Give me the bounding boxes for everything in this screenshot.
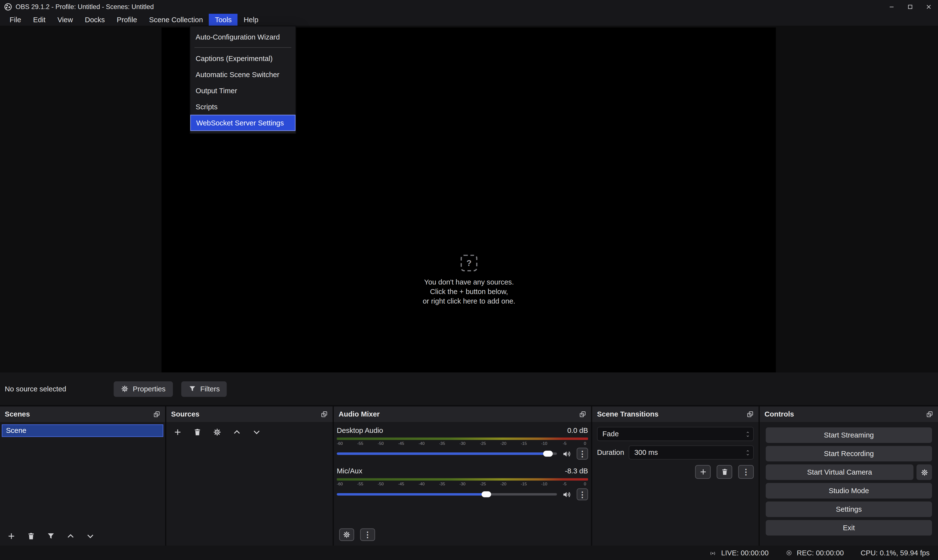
select-spinner[interactable] bbox=[745, 431, 750, 437]
scene-transitions-body: Fade Duration 300 ms bbox=[592, 422, 759, 546]
start-virtual-camera-button[interactable]: Start Virtual Camera bbox=[765, 465, 913, 480]
mixer-channel-mic-aux: Mic/Aux -8.3 dB -60 -55 -50 -45 -40 -35 … bbox=[337, 467, 588, 500]
channel-level-db: -8.3 dB bbox=[565, 467, 588, 476]
db-tick: -55 bbox=[357, 441, 363, 446]
scene-transitions-dock: Scene Transitions Fade Duration 300 ms bbox=[592, 406, 759, 546]
channel-header: Mic/Aux -8.3 dB bbox=[337, 467, 588, 476]
volume-slider[interactable] bbox=[337, 489, 557, 500]
settings-button[interactable]: Settings bbox=[765, 502, 932, 517]
chevron-up-icon bbox=[745, 431, 750, 434]
menu-item-automatic-scene-switcher[interactable]: Automatic Scene Switcher bbox=[190, 66, 296, 83]
screen: OBS 29.1.2 - Profile: Untitled - Scenes:… bbox=[0, 0, 938, 560]
speaker-icon[interactable] bbox=[562, 449, 571, 458]
controls-dock: Controls Start Streaming Start Recording… bbox=[760, 406, 938, 546]
remove-transition-button[interactable] bbox=[717, 465, 732, 479]
sources-dock: Sources ? You don't have any sources. Cl… bbox=[166, 406, 333, 546]
db-tick: -50 bbox=[378, 441, 384, 446]
sources-empty-line: Click the + button below, bbox=[430, 287, 508, 296]
gear-icon bbox=[920, 468, 928, 476]
slider-handle[interactable] bbox=[482, 491, 491, 497]
chevron-down-icon bbox=[745, 453, 750, 456]
db-tick: -40 bbox=[418, 482, 425, 487]
virtual-camera-row: Start Virtual Camera bbox=[765, 465, 932, 480]
channel-options-button[interactable]: ⋮ bbox=[577, 488, 588, 500]
channel-controls: ⋮ bbox=[337, 489, 588, 500]
transition-options-button[interactable]: ⋮ bbox=[738, 465, 754, 479]
kebab-icon: ⋮ bbox=[742, 468, 750, 476]
question-placeholder-icon: ? bbox=[461, 254, 477, 271]
db-tick: 0 bbox=[582, 482, 588, 487]
db-tick: -15 bbox=[521, 441, 527, 446]
channel-options-button[interactable]: ⋮ bbox=[577, 448, 588, 460]
channel-name: Mic/Aux bbox=[337, 467, 363, 476]
menu-item-captions-experimental[interactable]: Captions (Experimental) bbox=[190, 50, 296, 66]
db-tick: -10 bbox=[541, 482, 547, 487]
db-tick: -20 bbox=[500, 441, 506, 446]
db-tick: -50 bbox=[378, 482, 384, 487]
db-tick: -45 bbox=[398, 482, 404, 487]
menu-item-auto-configuration-wizard[interactable]: Auto-Configuration Wizard bbox=[190, 29, 296, 45]
dock-area: Scenes Scene Sources ? You don't bbox=[0, 405, 938, 546]
db-tick: -20 bbox=[500, 482, 506, 487]
db-tick: -25 bbox=[480, 482, 486, 487]
db-tick: -55 bbox=[357, 482, 363, 487]
slider-handle[interactable] bbox=[543, 451, 553, 457]
chevron-up-icon bbox=[745, 449, 750, 452]
db-tick: -30 bbox=[459, 441, 466, 446]
volume-meter bbox=[337, 478, 588, 481]
channel-name: Desktop Audio bbox=[337, 426, 383, 436]
db-tick: -10 bbox=[541, 441, 547, 446]
duration-spinner[interactable] bbox=[745, 449, 750, 456]
mixer-channel-desktop-audio: Desktop Audio 0.0 dB -60 -55 -50 -45 -40… bbox=[337, 426, 588, 459]
tools-menu: Auto-Configuration Wizard Captions (Expe… bbox=[190, 26, 296, 134]
exit-button[interactable]: Exit bbox=[765, 520, 932, 535]
menu-item-scripts[interactable]: Scripts bbox=[190, 98, 296, 115]
kebab-icon: ⋮ bbox=[579, 450, 586, 457]
duration-row: Duration 300 ms bbox=[597, 445, 754, 460]
slider-fill bbox=[337, 452, 548, 455]
db-tick: -60 bbox=[337, 482, 343, 487]
channel-level-db: 0.0 dB bbox=[567, 426, 588, 436]
db-scale: -60 -55 -50 -45 -40 -35 -30 -25 -20 -15 … bbox=[337, 441, 588, 446]
db-tick: -35 bbox=[439, 441, 445, 446]
db-tick: -5 bbox=[562, 482, 568, 487]
audio-mixer-body: Desktop Audio 0.0 dB -60 -55 -50 -45 -40… bbox=[334, 422, 591, 523]
db-tick: -45 bbox=[398, 441, 404, 446]
db-tick: -30 bbox=[459, 482, 466, 487]
menu-item-output-timer[interactable]: Output Timer bbox=[190, 83, 296, 98]
transition-select-value: Fade bbox=[602, 430, 619, 438]
db-scale: -60 -55 -50 -45 -40 -35 -30 -25 -20 -15 … bbox=[337, 482, 588, 487]
db-tick: -60 bbox=[337, 441, 343, 446]
duration-spinbox[interactable]: 300 ms bbox=[629, 445, 754, 460]
channel-header: Desktop Audio 0.0 dB bbox=[337, 426, 588, 436]
trash-icon bbox=[720, 468, 728, 476]
menu-separator bbox=[194, 47, 292, 48]
db-tick: -5 bbox=[562, 441, 568, 446]
db-tick: -35 bbox=[439, 482, 445, 487]
sources-empty-line: You don't have any sources. bbox=[424, 277, 514, 286]
kebab-icon: ⋮ bbox=[579, 491, 586, 498]
db-tick: -25 bbox=[480, 441, 486, 446]
start-recording-button[interactable]: Start Recording bbox=[765, 446, 932, 462]
plus-icon bbox=[699, 468, 707, 476]
transition-select[interactable]: Fade bbox=[597, 427, 754, 441]
sources-empty-line: or right click here to add one. bbox=[423, 296, 515, 306]
duration-label: Duration bbox=[597, 448, 624, 457]
db-tick: 0 bbox=[582, 441, 588, 446]
start-streaming-button[interactable]: Start Streaming bbox=[765, 427, 932, 443]
add-transition-button[interactable] bbox=[695, 465, 711, 479]
controls-body: Start Streaming Start Recording Start Vi… bbox=[760, 422, 938, 546]
duration-value: 300 ms bbox=[634, 448, 658, 457]
slider-fill bbox=[337, 493, 486, 495]
db-tick: -40 bbox=[418, 441, 425, 446]
db-tick: -15 bbox=[521, 482, 527, 487]
volume-meter bbox=[337, 437, 588, 440]
transition-buttons: ⋮ bbox=[597, 465, 754, 479]
menu-item-websocket-server-settings[interactable]: WebSocket Server Settings bbox=[190, 115, 296, 131]
virtual-camera-config-button[interactable] bbox=[916, 465, 932, 480]
speaker-icon[interactable] bbox=[562, 490, 571, 499]
volume-slider[interactable] bbox=[337, 448, 557, 459]
obs-window: OBS 29.1.2 - Profile: Untitled - Scenes:… bbox=[0, 0, 938, 560]
chevron-down-icon bbox=[745, 434, 750, 437]
studio-mode-button[interactable]: Studio Mode bbox=[765, 483, 932, 498]
